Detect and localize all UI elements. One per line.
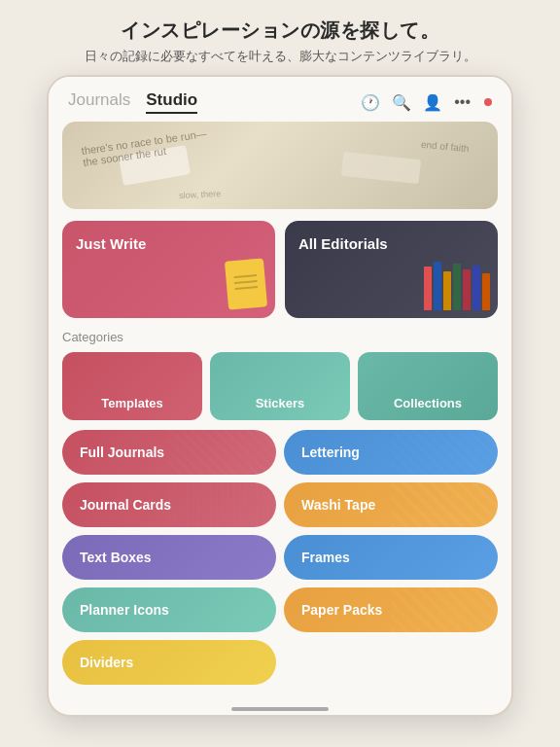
full-journals-texture [169, 430, 276, 475]
all-editorials-label: All Editorials [298, 234, 484, 254]
text-boxes-label: Text Boxes [80, 550, 152, 565]
washi-tape-texture [391, 482, 498, 527]
book-spine [453, 264, 461, 310]
templates-card[interactable]: Templates [62, 352, 202, 420]
paper-decoration-2 [341, 152, 421, 184]
full-journals-button[interactable]: Full Journals [62, 430, 276, 475]
profile-icon[interactable]: 👤 [423, 93, 442, 112]
lettering-texture [391, 430, 498, 475]
paper-packs-button[interactable]: Paper Packs [284, 587, 498, 632]
list-grid: Full JournalsLetteringJournal CardsWashi… [62, 430, 498, 685]
paper-packs-label: Paper Packs [301, 602, 382, 618]
tab-journals[interactable]: Journals [68, 90, 130, 114]
clock-icon[interactable]: 🕐 [361, 93, 380, 112]
book-spine [472, 266, 480, 310]
hero-text-2: end of faith [420, 139, 469, 154]
categories-label: Categories [62, 330, 498, 344]
more-icon[interactable]: ••• [454, 93, 471, 111]
paper-packs-texture [391, 587, 498, 632]
dividers-texture [169, 640, 276, 685]
page-title: インスピレーションの源を探して。 [85, 18, 476, 44]
page-subtitle: 日々の記録に必要なすべてを叶える、膨大なコンテンツライブラリ。 [85, 48, 476, 65]
stickers-card[interactable]: Stickers [210, 352, 350, 420]
frames-button[interactable]: Frames [284, 535, 498, 580]
washi-tape-label: Washi Tape [301, 497, 375, 513]
washi-tape-button[interactable]: Washi Tape [284, 482, 498, 527]
text-boxes-button[interactable]: Text Boxes [62, 535, 276, 580]
hero-text-3: slow, there [179, 189, 221, 200]
journal-cards-label: Journal Cards [80, 497, 171, 513]
notebook-icon [225, 258, 267, 309]
hero-banner: there's no race to be run—the sooner the… [62, 122, 498, 209]
nav-bar: Journals Studio 🕐 🔍 👤 ••• [49, 77, 511, 122]
planner-icons-texture [169, 587, 276, 632]
book-spine [463, 269, 471, 310]
collections-label: Collections [394, 396, 462, 410]
device-frame: Journals Studio 🕐 🔍 👤 ••• there's no rac… [47, 75, 513, 717]
books-decoration [424, 262, 490, 310]
frames-texture [391, 535, 498, 580]
book-spine [424, 267, 432, 310]
lettering-label: Lettering [301, 445, 360, 460]
book-spine [443, 271, 451, 310]
home-indicator [231, 707, 329, 711]
frames-label: Frames [301, 550, 350, 565]
book-spine [434, 262, 441, 310]
nav-icons: 🕐 🔍 👤 ••• [361, 93, 492, 112]
header-text: インスピレーションの源を探して。 日々の記録に必要なすべてを叶える、膨大なコンテ… [65, 0, 496, 75]
collections-card[interactable]: Collections [358, 352, 498, 420]
featured-row: Just Write All Editorials [62, 221, 498, 318]
stickers-label: Stickers [256, 396, 305, 410]
search-icon[interactable]: 🔍 [392, 93, 411, 112]
planner-icons-button[interactable]: Planner Icons [62, 587, 276, 632]
scroll-area: there's no race to be run—the sooner the… [49, 122, 511, 701]
text-boxes-texture [169, 535, 276, 580]
journal-cards-texture [169, 482, 276, 527]
all-editorials-card[interactable]: All Editorials [285, 221, 498, 318]
templates-label: Templates [101, 396, 162, 410]
just-write-card[interactable]: Just Write [62, 221, 275, 318]
dividers-button[interactable]: Dividers [62, 640, 276, 685]
notification-dot [484, 98, 492, 106]
lettering-button[interactable]: Lettering [284, 430, 498, 475]
categories-grid: Templates Stickers Collections [62, 352, 498, 420]
planner-icons-label: Planner Icons [80, 602, 169, 618]
just-write-label: Just Write [76, 234, 262, 254]
book-spine [482, 273, 490, 310]
journal-cards-button[interactable]: Journal Cards [62, 482, 276, 527]
nav-tabs: Journals Studio [68, 90, 361, 114]
full-journals-label: Full Journals [80, 445, 164, 460]
dividers-label: Dividers [80, 655, 133, 670]
tab-studio[interactable]: Studio [146, 90, 197, 114]
